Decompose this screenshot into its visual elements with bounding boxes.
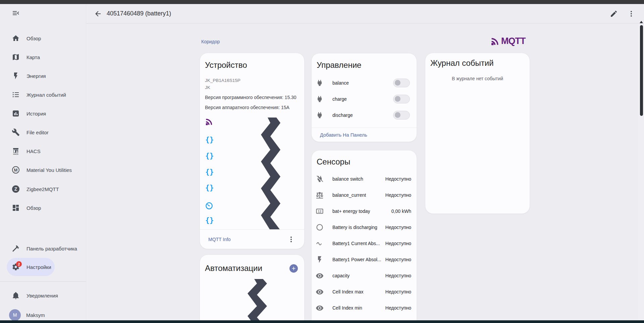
sensor-row[interactable]: Battery1 Current Abs... Недоступно [312, 235, 417, 251]
sensor-label: bat+ energy today [332, 209, 370, 214]
sidebar-item-label: File editor [26, 130, 49, 135]
add-automation-button[interactable] [289, 264, 298, 273]
controls-card-title: Управление [317, 60, 361, 70]
avatar: M [9, 309, 21, 321]
sidebar-item-label: Энергия [26, 73, 46, 79]
sidebar-item-notifications[interactable]: Уведомления [0, 286, 86, 305]
sensor-row[interactable]: Cell Index min Недоступно [312, 300, 417, 316]
zigbee-icon [12, 185, 20, 193]
sidebar-item-dashboard[interactable]: Обзор [0, 198, 86, 217]
bar-chart-icon [12, 109, 20, 118]
sidebar-item-label: Карта [26, 54, 40, 60]
eye-icon [316, 288, 324, 296]
automations-card-title: Автоматизации [205, 264, 262, 273]
flash-icon [316, 256, 324, 264]
control-row-discharge[interactable]: discharge [312, 107, 417, 123]
device-model-and-manufacturer: JK_PB1A16S15P JK [205, 77, 240, 91]
power-plug-icon [316, 95, 324, 103]
sensor-row[interactable]: balance_current Недоступно [312, 187, 417, 203]
sidebar-item-material-you[interactable]: Material You Utilities [0, 160, 86, 179]
sidebar-item-map[interactable]: Карта [0, 48, 86, 66]
sidebar-item-label: Уведомления [26, 293, 58, 298]
sensor-row[interactable]: balance switch Недоступно [312, 171, 417, 187]
sidebar-collapse-icon[interactable] [12, 9, 20, 17]
braces-entity-icon: {} [205, 168, 214, 176]
sensor-row[interactable]: capacity Недоступно [312, 268, 417, 284]
sidebar-item-label: Журнал событий [26, 92, 66, 98]
sidebar-item-label: Zigbee2MQTT [26, 186, 59, 192]
map-icon [12, 53, 20, 61]
page-title: 40517460489 (battery1) [107, 10, 171, 17]
sidebar-item-overview[interactable]: Обзор [0, 29, 86, 48]
power-plug-icon [316, 79, 324, 87]
sensor-row[interactable]: Battery1 Power Absol... Недоступно [312, 251, 417, 268]
sensors-card: Сенсоры balance switch Недоступно balanc… [311, 150, 417, 323]
scrollbar-up-arrow[interactable] [640, 21, 643, 23]
storefront-icon [12, 147, 20, 155]
scale-balance-icon [316, 191, 324, 199]
gauge-entity-icon [205, 201, 213, 210]
device-overflow-menu-icon[interactable] [287, 235, 295, 243]
sensor-row[interactable]: bat+ energy today 0,00 kWh [312, 203, 417, 219]
charge-toggle[interactable] [393, 95, 410, 103]
balance-toggle[interactable] [393, 79, 410, 87]
sidebar-item-label: Панель разработчика [26, 246, 77, 251]
braces-entity-icon: {} [205, 152, 214, 160]
controls-card: Управление balance charge discharge Доба… [311, 53, 417, 142]
sidebar-item-file-editor[interactable]: File editor [0, 123, 86, 142]
sensor-value: Недоступно [385, 176, 411, 182]
sensor-label: balance switch [332, 176, 363, 182]
sensor-row[interactable]: Cell Index max Недоступно [312, 284, 417, 300]
user-name: Maksym [26, 312, 45, 318]
sensor-row[interactable]: Battery is discharging Недоступно [312, 219, 417, 235]
scrollbar-thumb[interactable] [640, 25, 643, 116]
braces-entity-icon: {} [205, 136, 214, 144]
sidebar-item-energy[interactable]: Энергия [0, 66, 86, 85]
skeleton-zigzag-artifact [261, 118, 280, 229]
logbook-empty-message: В журнале нет событий [425, 76, 530, 81]
add-to-dashboard-link[interactable]: Добавить На Панель [320, 132, 367, 138]
mqtt-rss-icon [490, 36, 500, 46]
home-icon [12, 34, 20, 42]
control-label: balance [332, 80, 349, 86]
discharge-toggle[interactable] [393, 111, 410, 120]
mqtt-info-link[interactable]: MQTT Info [208, 237, 231, 242]
controls-card-footer: Добавить На Панель [320, 128, 367, 142]
eye-icon [316, 272, 324, 280]
sidebar: Обзор Карта Энергия Журнал событий Истор… [0, 4, 86, 320]
breadcrumb-area-link[interactable]: Коридор [201, 39, 220, 44]
scrollbar [638, 24, 644, 320]
logbook-card: Журнал событий В журнале нет событий [425, 53, 530, 214]
power-plug-off-icon [316, 175, 324, 183]
sidebar-item-history[interactable]: История [0, 104, 86, 123]
mqtt-brand-logo: MQTT [490, 36, 525, 46]
sensors-card-title: Сенсоры [317, 157, 350, 167]
controls-rows: balance charge discharge [312, 75, 417, 123]
sensor-value: Недоступно [385, 289, 411, 294]
sensor-value: Недоступно [385, 225, 411, 230]
automations-card: Автоматизации [200, 255, 305, 323]
hammer-icon [12, 244, 20, 252]
sensor-label: Battery1 Current Abs... [332, 241, 380, 246]
sidebar-item-developer-tools[interactable]: Панель разработчика [0, 239, 86, 258]
control-row-balance[interactable]: balance [312, 75, 417, 91]
eye-icon [316, 304, 324, 312]
sidebar-item-settings[interactable]: Настройки [0, 258, 86, 276]
sensor-value: Недоступно [385, 273, 411, 278]
device-hw-version: Версия аппаратного обеспечения: 15A [205, 105, 289, 110]
wrench-icon [12, 128, 20, 136]
m-circle-icon [12, 166, 20, 174]
toggle-knob [395, 112, 400, 118]
window-top-bar [0, 0, 644, 4]
sidebar-item-zigbee2mqtt[interactable]: Zigbee2MQTT [0, 180, 86, 198]
control-label: charge [332, 96, 347, 102]
control-row-charge[interactable]: charge [312, 91, 417, 107]
overflow-menu-icon[interactable] [627, 10, 635, 18]
back-arrow-icon[interactable] [94, 10, 102, 18]
sidebar-item-logbook[interactable]: Журнал событий [0, 85, 86, 104]
bell-icon [12, 291, 20, 299]
control-label: discharge [332, 112, 353, 118]
edit-pencil-icon[interactable] [610, 10, 618, 18]
device-sw-version: Версия программного обеспечения: 15.30 [205, 95, 297, 100]
sidebar-item-hacs[interactable]: HACS [0, 142, 86, 160]
